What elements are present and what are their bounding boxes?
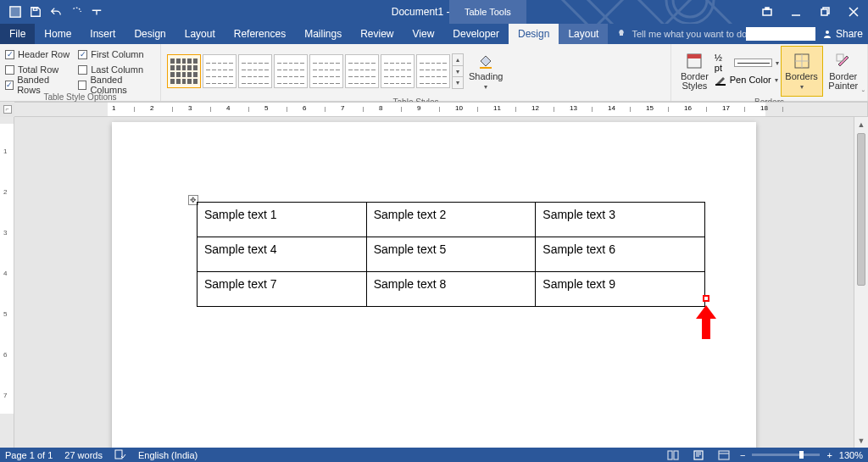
pen-icon [715,74,726,86]
borders-button[interactable]: Borders▾ [781,46,823,97]
tell-me-placeholder: Tell me what you want to do... [632,29,754,39]
web-layout-icon[interactable] [715,449,733,461]
table-cell[interactable]: Sample text 7 [198,272,367,307]
restore-icon[interactable] [810,0,839,24]
chk-first-column[interactable]: First Column [78,47,155,61]
page: ✥ Sample text 1Sample text 2Sample text … [112,122,756,448]
bucket-icon [476,52,495,70]
tab-references[interactable]: References [225,24,295,44]
tell-me-search[interactable]: Tell me what you want to do... [608,24,754,44]
tab-mailings[interactable]: Mailings [295,24,351,44]
collapse-ribbon-icon[interactable]: ˇ [862,90,865,99]
share-label: Share [836,28,863,40]
status-page[interactable]: Page 1 of 1 [5,450,53,460]
svg-point-3 [666,0,714,24]
undo-icon[interactable] [47,3,64,20]
tab-design[interactable]: Design [125,24,175,44]
status-language[interactable]: English (India) [138,450,198,460]
read-mode-icon[interactable] [664,449,682,461]
print-layout-icon[interactable] [689,449,708,461]
table-styles-gallery[interactable] [166,53,451,89]
table-style-thumb[interactable] [167,54,201,88]
border-painter-icon [834,52,853,70]
chk-header-row[interactable]: Header Row [5,47,70,61]
table-row[interactable]: Sample text 1Sample text 2Sample text 3 [198,203,705,237]
line-preview-icon [734,58,771,67]
border-styles-button[interactable]: Border Styles [676,46,713,97]
table-style-thumb[interactable] [309,54,343,88]
table-cell[interactable]: Sample text 3 [536,203,705,237]
checkbox-icon [78,65,87,75]
zoom-level[interactable]: 130% [839,450,863,460]
tab-insert[interactable]: Insert [81,24,125,44]
pen-weight-selector[interactable]: ½ pt ▾ [715,55,779,70]
quick-access-toolbar [0,3,105,20]
table-tools-label: Table Tools [449,0,526,24]
svg-rect-18 [719,451,729,459]
tab-layout[interactable]: Layout [175,24,225,44]
document-table[interactable]: Sample text 1Sample text 2Sample text 3S… [197,202,705,307]
scroll-down-icon[interactable]: ▼ [854,433,868,448]
tabs-right-cluster: Share [746,24,863,44]
table-cell[interactable]: Sample text 9 [536,272,705,307]
table-style-thumb[interactable] [203,54,236,88]
table-style-thumb[interactable] [381,54,415,88]
ribbon-display-options-icon[interactable] [753,0,782,24]
group-table-style-options: Header Row Total Row Banded Rows First C… [0,44,161,101]
table-cell[interactable]: Sample text 5 [366,237,536,272]
tab-table-design[interactable]: Design [509,24,559,44]
qat-customize-icon[interactable] [88,3,105,20]
table-style-thumb[interactable] [345,54,379,88]
ruler-corner[interactable]: ⌐ [0,102,14,117]
search-box[interactable] [746,27,815,41]
table-row[interactable]: Sample text 4Sample text 5Sample text 6 [198,237,705,272]
tab-file[interactable]: File [0,24,35,44]
svg-point-4 [673,0,707,17]
zoom-slider[interactable] [752,454,820,456]
scroll-thumb[interactable] [857,133,865,286]
share-button[interactable]: Share [822,28,863,40]
tab-table-layout[interactable]: Layout [559,24,608,44]
title-bar: Document1 - Word Table Tools [0,0,868,24]
group-borders: Border Styles ½ pt ▾ Pen Color ▾ Borders… [671,44,868,101]
table-cell[interactable]: Sample text 8 [366,272,536,307]
spellcheck-icon[interactable] [114,449,126,461]
lightbulb-icon [616,29,626,39]
pen-color-selector[interactable]: Pen Color ▾ [715,72,779,87]
tab-home[interactable]: Home [35,24,81,44]
checkbox-icon [78,81,86,90]
chk-banded-columns[interactable]: Banded Columns [78,78,155,92]
zoom-thumb[interactable] [799,451,804,459]
table-cell[interactable]: Sample text 4 [198,237,367,272]
chk-banded-rows[interactable]: Banded Rows [5,78,70,92]
table-style-thumb[interactable] [416,54,450,88]
zoom-in-icon[interactable]: + [826,450,832,460]
document-area[interactable]: ✥ Sample text 1Sample text 2Sample text … [14,117,854,448]
border-painter-button[interactable]: Border Painter [825,46,862,97]
minimize-icon[interactable] [782,0,810,24]
svg-rect-15 [668,451,672,459]
tab-view[interactable]: View [403,24,444,44]
horizontal-ruler[interactable]: 123456789101112131415161718 [14,102,868,117]
scroll-track[interactable] [854,131,868,433]
table-style-thumb[interactable] [238,54,272,88]
gallery-more-icon[interactable]: ▴▾▾ [452,53,464,89]
table-cell[interactable]: Sample text 6 [536,237,705,272]
tab-review[interactable]: Review [351,24,403,44]
table-resize-handle-icon[interactable] [703,295,709,302]
redo-icon[interactable] [68,3,85,20]
scroll-up-icon[interactable]: ▲ [854,117,868,131]
shading-button[interactable]: Shading▾ [464,46,508,97]
word-icon [7,3,24,20]
close-icon[interactable] [839,0,868,24]
save-icon[interactable] [27,3,44,20]
vertical-scrollbar[interactable]: ▲ ▼ [854,117,868,448]
table-row[interactable]: Sample text 7Sample text 8Sample text 9 [198,272,705,307]
table-style-thumb[interactable] [274,54,308,88]
table-cell[interactable]: Sample text 1 [198,203,367,237]
status-words[interactable]: 27 words [64,450,103,460]
tab-developer[interactable]: Developer [443,24,509,44]
table-cell[interactable]: Sample text 2 [366,203,536,237]
zoom-out-icon[interactable]: − [740,450,745,460]
vertical-ruler[interactable]: 1234567 [0,117,14,448]
